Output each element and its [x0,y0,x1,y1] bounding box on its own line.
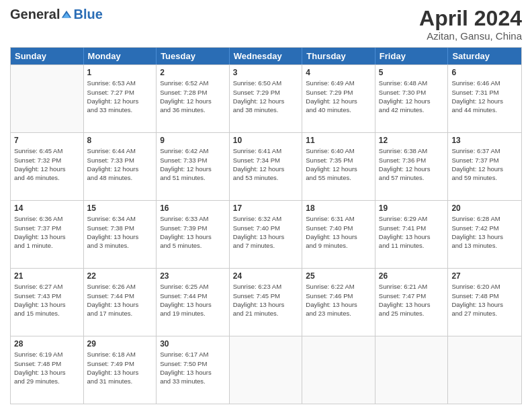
empty-cell [230,336,303,404]
day-number: 17 [233,203,299,214]
day-info: Sunrise: 6:53 AMSunset: 7:27 PMDaylight:… [87,79,153,114]
day-number: 21 [14,271,80,281]
day-info: Sunrise: 6:37 AMSunset: 7:37 PMDaylight:… [451,146,518,182]
day-cell-4: 4Sunrise: 6:49 AMSunset: 7:29 PMDaylight… [302,65,375,132]
day-info: Sunrise: 6:42 AMSunset: 7:33 PMDaylight:… [160,146,226,182]
day-number: 2 [160,67,226,78]
day-number: 28 [14,338,80,349]
day-cell-24: 24Sunrise: 6:23 AMSunset: 7:45 PMDayligh… [230,269,303,336]
day-number: 6 [451,67,518,78]
weekday-header-wednesday: Wednesday [230,48,303,64]
day-cell-1: 1Sunrise: 6:53 AMSunset: 7:27 PMDaylight… [84,65,157,132]
empty-cell [375,336,449,404]
day-number: 1 [87,67,153,78]
logo-general: General [10,7,60,22]
weekday-header-tuesday: Tuesday [157,48,230,64]
day-cell-26: 26Sunrise: 6:21 AMSunset: 7:47 PMDayligh… [375,269,449,336]
day-cell-3: 3Sunrise: 6:50 AMSunset: 7:29 PMDaylight… [230,65,303,132]
day-cell-2: 2Sunrise: 6:52 AMSunset: 7:28 PMDaylight… [157,65,230,132]
day-info: Sunrise: 6:20 AMSunset: 7:48 PMDaylight:… [451,282,518,318]
day-number: 23 [160,271,226,281]
day-cell-23: 23Sunrise: 6:25 AMSunset: 7:44 PMDayligh… [157,269,230,336]
day-cell-30: 30Sunrise: 6:17 AMSunset: 7:50 PMDayligh… [157,336,230,404]
day-info: Sunrise: 6:41 AMSunset: 7:34 PMDaylight:… [233,146,299,182]
calendar: SundayMondayTuesdayWednesdayThursdayFrid… [10,47,522,404]
day-cell-15: 15Sunrise: 6:34 AMSunset: 7:38 PMDayligh… [84,201,157,268]
logo-blue: Blue [73,7,102,22]
day-info: Sunrise: 6:46 AMSunset: 7:31 PMDaylight:… [451,79,518,114]
day-number: 15 [87,203,153,214]
empty-cell [11,65,84,132]
day-cell-22: 22Sunrise: 6:26 AMSunset: 7:44 PMDayligh… [84,269,157,336]
day-cell-27: 27Sunrise: 6:20 AMSunset: 7:48 PMDayligh… [448,269,521,336]
day-cell-25: 25Sunrise: 6:22 AMSunset: 7:46 PMDayligh… [302,269,375,336]
day-info: Sunrise: 6:48 AMSunset: 7:30 PMDaylight:… [379,79,445,114]
day-cell-28: 28Sunrise: 6:19 AMSunset: 7:48 PMDayligh… [11,336,84,404]
calendar-body: 1Sunrise: 6:53 AMSunset: 7:27 PMDaylight… [11,64,521,404]
day-number: 7 [14,135,80,146]
day-number: 19 [379,203,445,214]
calendar-row-3: 21Sunrise: 6:27 AMSunset: 7:43 PMDayligh… [11,268,521,336]
day-cell-19: 19Sunrise: 6:29 AMSunset: 7:41 PMDayligh… [375,201,449,268]
day-info: Sunrise: 6:33 AMSunset: 7:39 PMDaylight:… [160,214,226,250]
day-number: 29 [87,338,153,349]
day-number: 9 [160,135,226,146]
day-cell-11: 11Sunrise: 6:40 AMSunset: 7:35 PMDayligh… [302,133,375,200]
day-info: Sunrise: 6:44 AMSunset: 7:33 PMDaylight:… [87,146,153,182]
weekday-header-saturday: Saturday [448,48,521,64]
calendar-row-1: 7Sunrise: 6:45 AMSunset: 7:32 PMDaylight… [11,132,521,200]
calendar-row-4: 28Sunrise: 6:19 AMSunset: 7:48 PMDayligh… [11,336,521,404]
day-info: Sunrise: 6:52 AMSunset: 7:28 PMDaylight:… [160,79,226,114]
day-number: 10 [233,135,299,146]
day-info: Sunrise: 6:27 AMSunset: 7:43 PMDaylight:… [14,282,80,318]
day-number: 27 [451,271,518,281]
day-info: Sunrise: 6:19 AMSunset: 7:48 PMDaylight:… [14,350,80,385]
day-number: 30 [160,338,226,349]
weekday-header-thursday: Thursday [302,48,375,64]
day-number: 4 [306,67,371,78]
day-cell-8: 8Sunrise: 6:44 AMSunset: 7:33 PMDaylight… [84,133,157,200]
day-info: Sunrise: 6:34 AMSunset: 7:38 PMDaylight:… [87,214,153,250]
day-info: Sunrise: 6:17 AMSunset: 7:50 PMDaylight:… [160,350,226,385]
day-info: Sunrise: 6:32 AMSunset: 7:40 PMDaylight:… [233,214,299,250]
logo: General Blue [10,7,103,22]
day-cell-13: 13Sunrise: 6:37 AMSunset: 7:37 PMDayligh… [448,133,521,200]
day-info: Sunrise: 6:21 AMSunset: 7:47 PMDaylight:… [379,282,445,318]
weekday-header-monday: Monday [84,48,157,64]
day-number: 5 [379,67,445,78]
logo-icon [60,9,73,21]
month-title: April 2024 [419,7,522,30]
empty-cell [302,336,375,404]
day-info: Sunrise: 6:29 AMSunset: 7:41 PMDaylight:… [379,214,445,250]
page-container: General Blue April 2024 Azitan, Gansu, C… [0,0,532,411]
day-info: Sunrise: 6:40 AMSunset: 7:35 PMDaylight:… [306,146,371,182]
day-cell-29: 29Sunrise: 6:18 AMSunset: 7:49 PMDayligh… [84,336,157,404]
day-cell-21: 21Sunrise: 6:27 AMSunset: 7:43 PMDayligh… [11,269,84,336]
calendar-row-0: 1Sunrise: 6:53 AMSunset: 7:27 PMDaylight… [11,64,521,132]
day-number: 20 [451,203,518,214]
day-number: 24 [233,271,299,281]
day-number: 3 [233,67,299,78]
day-info: Sunrise: 6:26 AMSunset: 7:44 PMDaylight:… [87,282,153,318]
day-cell-6: 6Sunrise: 6:46 AMSunset: 7:31 PMDaylight… [448,65,521,132]
day-cell-18: 18Sunrise: 6:31 AMSunset: 7:40 PMDayligh… [302,201,375,268]
weekday-header-sunday: Sunday [11,48,84,64]
calendar-row-2: 14Sunrise: 6:36 AMSunset: 7:37 PMDayligh… [11,200,521,268]
day-number: 26 [379,271,445,281]
weekday-header-friday: Friday [375,48,449,64]
day-cell-9: 9Sunrise: 6:42 AMSunset: 7:33 PMDaylight… [157,133,230,200]
day-info: Sunrise: 6:28 AMSunset: 7:42 PMDaylight:… [451,214,518,250]
day-info: Sunrise: 6:25 AMSunset: 7:44 PMDaylight:… [160,282,226,318]
day-info: Sunrise: 6:18 AMSunset: 7:49 PMDaylight:… [87,350,153,385]
day-number: 8 [87,135,153,146]
day-number: 12 [379,135,445,146]
day-info: Sunrise: 6:22 AMSunset: 7:46 PMDaylight:… [306,282,371,318]
day-number: 18 [306,203,371,214]
day-number: 25 [306,271,371,281]
day-info: Sunrise: 6:23 AMSunset: 7:45 PMDaylight:… [233,282,299,318]
day-cell-16: 16Sunrise: 6:33 AMSunset: 7:39 PMDayligh… [157,201,230,268]
day-info: Sunrise: 6:50 AMSunset: 7:29 PMDaylight:… [233,79,299,114]
day-number: 13 [451,135,518,146]
location: Azitan, Gansu, China [419,30,522,42]
day-cell-17: 17Sunrise: 6:32 AMSunset: 7:40 PMDayligh… [230,201,303,268]
